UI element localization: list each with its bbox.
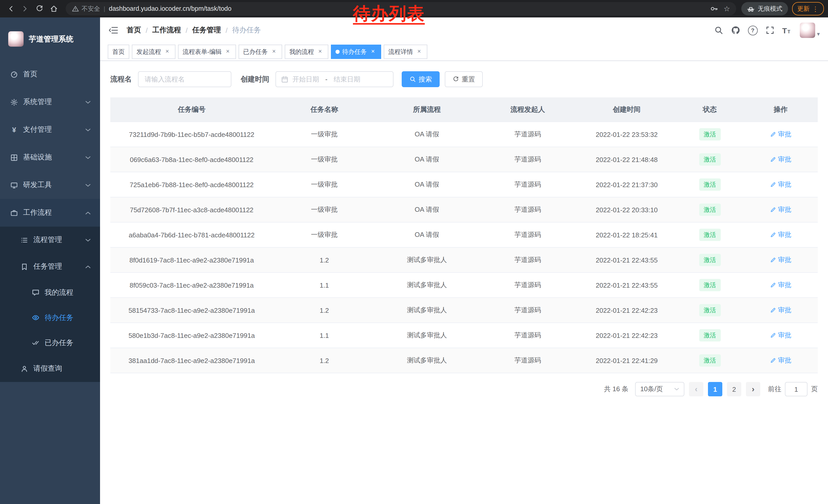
briefcase-icon xyxy=(10,209,18,217)
approve-link[interactable]: 审批 xyxy=(770,331,791,340)
browser-reload-button[interactable] xyxy=(33,2,46,15)
breadcrumb-task-management[interactable]: 任务管理 xyxy=(192,26,221,35)
tab-label: 流程详情 xyxy=(388,47,413,56)
cell-process: OA 请假 xyxy=(376,230,478,239)
goto-page-input[interactable] xyxy=(785,382,808,396)
avatar[interactable] xyxy=(800,22,816,38)
browser-back-button[interactable] xyxy=(4,2,17,15)
tab-process-form-edit[interactable]: 流程表单-编辑 × xyxy=(178,45,236,59)
approve-link[interactable]: 审批 xyxy=(770,155,791,164)
tab-process-detail[interactable]: 流程详情 × xyxy=(384,45,427,59)
page-button-2[interactable]: 2 xyxy=(727,382,741,396)
close-icon[interactable]: × xyxy=(224,48,232,55)
sidebar-item-done-tasks[interactable]: 已办任务 xyxy=(0,330,100,355)
bookmark-star-icon[interactable]: ☆ xyxy=(723,5,730,12)
cell-initiator: 芋道源码 xyxy=(478,306,577,315)
table-row: 8f059c03-7ac8-11ec-a9e2-a2380e71991a 1.1… xyxy=(110,273,818,298)
sidebar-item-process-management[interactable]: 流程管理 xyxy=(0,227,100,253)
home-icon xyxy=(50,5,58,13)
sidebar-item-label: 系统管理 xyxy=(23,97,52,107)
sidebar-item-system[interactable]: 系统管理 xyxy=(0,88,100,116)
sidebar-item-leave-query[interactable]: 请假查询 xyxy=(0,355,100,382)
sidebar-item-payment[interactable]: ¥ 支付管理 xyxy=(0,116,100,144)
tab-todo-tasks[interactable]: 待办任务 × xyxy=(331,45,381,59)
approve-link[interactable]: 审批 xyxy=(770,306,791,315)
sidebar-collapse-icon[interactable] xyxy=(108,25,119,35)
close-icon[interactable]: × xyxy=(369,48,377,55)
close-icon[interactable]: × xyxy=(317,48,324,55)
chevron-down-icon xyxy=(674,387,679,391)
cell-status: 激活 xyxy=(676,203,743,216)
approve-link[interactable]: 审批 xyxy=(770,130,791,139)
tab-start-process[interactable]: 发起流程 × xyxy=(132,45,175,59)
close-icon[interactable]: × xyxy=(271,48,278,55)
help-icon[interactable]: ? xyxy=(748,26,758,35)
page-button-1[interactable]: 1 xyxy=(708,382,722,396)
browser-menu-dots-icon[interactable]: ⋮ xyxy=(812,5,819,12)
cell-task-id: a6aba0a4-7b6d-11ec-b781-acde48001122 xyxy=(110,231,273,239)
cell-task-id: 73211d9d-7b9b-11ec-b5b7-acde48001122 xyxy=(110,131,273,138)
page-size-select[interactable]: 10条/页 xyxy=(635,382,685,396)
yen-icon: ¥ xyxy=(10,126,18,134)
prev-page-button[interactable]: ‹ xyxy=(689,382,703,396)
approve-link[interactable]: 审批 xyxy=(770,356,791,365)
cell-process: 测试多审批人 xyxy=(376,280,478,290)
approve-link[interactable]: 审批 xyxy=(770,205,791,214)
edit-icon xyxy=(770,156,776,163)
cell-actions: 审批 xyxy=(743,130,818,139)
approve-link[interactable]: 审批 xyxy=(770,255,791,265)
security-indicator[interactable]: 不安全 xyxy=(72,4,100,13)
header-actions: ? TT ▾ xyxy=(714,22,820,38)
cell-initiator: 芋道源码 xyxy=(478,205,577,214)
approve-link[interactable]: 审批 xyxy=(770,180,791,189)
sidebar-item-workflow[interactable]: 工作流程 xyxy=(0,199,100,227)
chevron-up-icon xyxy=(85,265,91,268)
forward-icon xyxy=(21,5,29,13)
chevron-up-icon xyxy=(85,211,91,215)
start-date-placeholder: 开始日期 xyxy=(292,75,319,84)
browser-home-button[interactable] xyxy=(47,2,60,15)
date-range-picker[interactable]: 开始日期 - 结束日期 xyxy=(276,71,394,87)
sidebar-item-task-management[interactable]: 任务管理 xyxy=(0,253,100,280)
cell-task-id: 580e1b3d-7ac8-11ec-a9e2-a2380e71991a xyxy=(110,331,273,339)
search-icon[interactable] xyxy=(714,26,723,35)
sidebar-item-todo-tasks[interactable]: 待办任务 xyxy=(0,305,100,330)
fullscreen-icon[interactable] xyxy=(765,26,775,35)
tab-done-tasks[interactable]: 已办任务 × xyxy=(239,45,282,59)
github-icon[interactable] xyxy=(731,26,740,35)
cell-task-name: 一级审批 xyxy=(273,155,376,164)
page-content: 流程名 创建时间 开始日期 - 结束日期 搜索 重 xyxy=(100,61,828,504)
browser-forward-button[interactable] xyxy=(18,2,32,15)
create-time-label: 创建时间 xyxy=(241,75,269,84)
cell-task-name: 一级审批 xyxy=(273,230,376,239)
reset-button[interactable]: 重置 xyxy=(445,71,483,87)
breadcrumb-home[interactable]: 首页 xyxy=(127,26,141,35)
cell-created: 2022-01-22 20:33:10 xyxy=(577,206,676,214)
breadcrumb-workflow[interactable]: 工作流程 xyxy=(152,26,181,35)
process-name-input[interactable] xyxy=(138,71,232,87)
next-page-button[interactable]: › xyxy=(746,382,760,396)
sidebar-item-home[interactable]: 首页 xyxy=(0,60,100,88)
approve-link[interactable]: 审批 xyxy=(770,230,791,239)
close-icon[interactable]: × xyxy=(416,48,423,55)
sidebar-item-label: 已办任务 xyxy=(45,338,73,348)
sidebar-item-my-process[interactable]: 我的流程 xyxy=(0,280,100,305)
double-check-icon xyxy=(32,339,40,347)
cell-status: 激活 xyxy=(676,304,743,316)
user-menu[interactable]: ▾ xyxy=(800,22,820,38)
search-button[interactable]: 搜索 xyxy=(402,71,440,87)
sidebar-item-devtools[interactable]: 研发工具 xyxy=(0,171,100,199)
password-key-icon[interactable] xyxy=(710,5,718,13)
tab-home[interactable]: 首页 xyxy=(108,45,129,59)
cell-actions: 审批 xyxy=(743,280,818,290)
table-row: 58154733-7ac8-11ec-a9e2-a2380e71991a 1.2… xyxy=(110,298,818,323)
tab-my-process[interactable]: 我的流程 × xyxy=(285,45,328,59)
approve-link[interactable]: 审批 xyxy=(770,280,791,290)
browser-update-chip[interactable]: 更新 ⋮ xyxy=(792,2,824,15)
close-icon[interactable]: × xyxy=(164,48,171,55)
col-header-actions: 操作 xyxy=(743,105,818,114)
status-badge: 激活 xyxy=(699,354,720,367)
chevron-down-icon xyxy=(85,128,91,132)
font-size-icon[interactable]: TT xyxy=(782,27,790,34)
sidebar-item-infrastructure[interactable]: 基础设施 xyxy=(0,144,100,171)
